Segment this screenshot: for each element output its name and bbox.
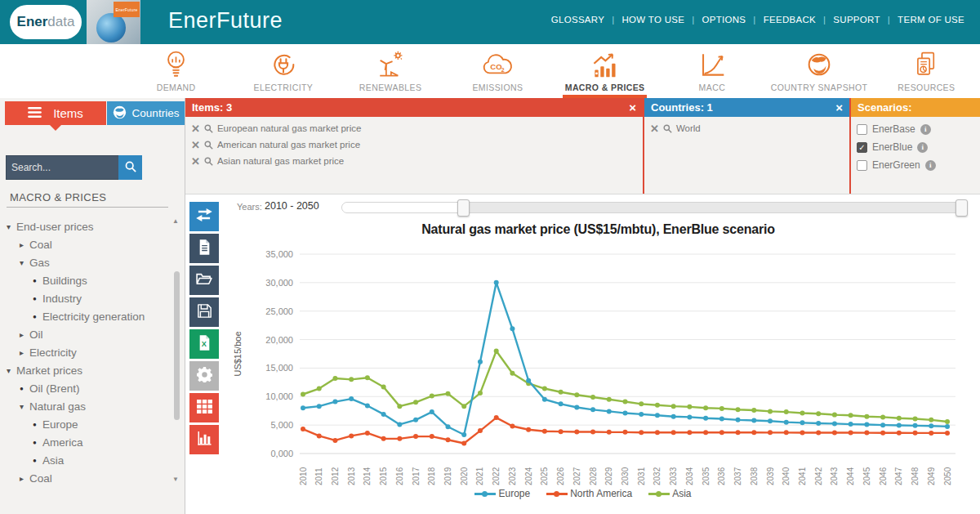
tree-item[interactable]: ●Europe [0,415,168,433]
header-link[interactable]: TERM OF USE [890,15,972,25]
tree-item-label: Electricity generation [42,311,145,323]
svg-text:20,000: 20,000 [265,335,293,345]
nav-tab-label: MACRO & PRICES [565,83,645,92]
scrollbar-up-arrow[interactable]: ▲ [172,217,180,225]
swap-axes-button[interactable] [189,202,219,231]
legend-item-asia[interactable]: Asia [648,488,691,499]
table-view-button[interactable] [189,393,219,422]
gear-button[interactable] [189,361,219,391]
chart-view-icon [197,431,212,449]
tree-item[interactable]: ▾Gas [0,253,168,271]
nav-tab-demand[interactable]: DEMAND [122,44,229,98]
nav-tab-macro-prices[interactable]: MACRO & PRICES [551,44,658,98]
nav-tab-country-snapshot[interactable]: COUNTRY SNAPSHOT [766,44,873,98]
scenarios-panel-header: Scenarios: [851,98,980,117]
svg-text:2011: 2011 [314,467,323,485]
svg-text:2048: 2048 [911,467,920,485]
document-button[interactable] [189,234,219,263]
expand-icon: ▸ [16,240,27,249]
remove-item-icon[interactable]: ✕ [191,123,200,134]
legend-item-north-america[interactable]: North America [546,488,632,499]
scenario-row: EnerBasei [857,120,974,138]
header-link[interactable]: SUPPORT [826,15,887,25]
sidebar-tab-items-label: Items [53,106,83,120]
scrollbar-down-arrow[interactable]: ▼ [172,476,180,483]
folder-open-button[interactable] [189,266,219,295]
emissions-icon: CO2 [482,47,513,82]
items-panel-close-icon[interactable]: × [629,101,636,114]
scenario-checkbox-enerbase[interactable] [857,124,867,135]
remove-item-icon[interactable]: ✕ [191,156,200,167]
excel-export-button[interactable]: X [189,329,219,359]
tree-item[interactable]: ●Industry [0,289,168,307]
nav-tab-resources[interactable]: RESOURCES [873,44,980,98]
search-button[interactable] [118,155,142,180]
chart-view-button[interactable] [189,425,219,454]
svg-text:10,000: 10,000 [265,391,293,401]
nav-tab-emissions[interactable]: CO2EMISSIONS [444,44,551,98]
scenario-checkbox-enerblue[interactable]: ✓ [857,142,867,153]
magnifier-icon[interactable] [204,141,213,150]
thumbnail-tag: EnerFuture [114,2,140,17]
legend-dot [656,491,662,497]
header-link[interactable]: FEEDBACK [756,15,823,25]
tree-item-label: Coal [29,472,52,485]
tree-item[interactable]: ▾Market prices [0,361,168,379]
magnifier-icon[interactable] [204,157,213,166]
save-button[interactable] [189,297,219,327]
bullet-icon: ● [29,421,40,428]
svg-text:2022: 2022 [492,467,501,485]
info-icon[interactable]: i [920,124,931,135]
tree-item[interactable]: ●Asia [0,451,168,469]
slider-handle-left[interactable] [457,199,470,217]
years-range-slider[interactable] [341,202,967,213]
countries-panel-title: Countries: 1 [651,101,713,114]
tree-item[interactable]: ▸Electricity [0,343,168,361]
remove-item-icon[interactable]: ✕ [650,123,659,134]
svg-text:2037: 2037 [733,467,742,485]
countries-panel-close-icon[interactable]: × [835,101,843,114]
tree-item[interactable]: ▸Oil [0,325,168,343]
nav-tab-electricity[interactable]: ELECTRICITY [229,44,336,98]
remove-item-icon[interactable]: ✕ [191,140,200,150]
logo-text-data: data [47,14,74,30]
nav-tab-macc[interactable]: MACC [658,44,765,98]
tree-item-label: Electricity [29,346,77,359]
header-link[interactable]: HOW TO USE [614,15,692,25]
tree-item[interactable]: ▸Coal [0,235,168,253]
sidebar-tab-countries[interactable]: Countries [107,101,185,125]
scenario-label: EnerBase [872,123,915,135]
info-icon[interactable]: i [917,142,928,153]
svg-text:2012: 2012 [331,467,340,485]
svg-text:2028: 2028 [589,467,598,485]
tree-item[interactable]: ▸Coal [0,469,168,487]
svg-text:2030: 2030 [621,467,630,485]
scrollbar-thumb[interactable] [174,271,180,420]
svg-text:2032: 2032 [653,467,662,485]
tree-item[interactable]: ▾End-user prices [0,217,168,235]
enerdata-logo[interactable]: Enerdata [10,5,82,39]
info-icon[interactable]: i [925,160,936,171]
tree-item[interactable]: ●America [0,433,168,451]
selection-panels: Items: 3 × ✕European natural gas market … [185,98,980,194]
selection-label: Asian natural gas market price [217,156,344,166]
scenario-checkbox-energreen[interactable] [857,160,867,171]
header-link[interactable]: GLOSSARY [544,15,612,25]
slider-handle-right[interactable] [956,199,968,217]
tree-item-label: Industry [42,293,82,305]
header-links: GLOSSARY|HOW TO USE|OPTIONS|FEEDBACK|SUP… [544,15,972,25]
search-input[interactable] [6,155,123,180]
magnifier-icon[interactable] [204,124,213,133]
search-icon [125,161,136,175]
document-icon [198,239,211,258]
tree-item[interactable]: ▾Natural gas [0,397,168,415]
nav-tab-renewables[interactable]: RENEWABLES [337,44,444,98]
tree-item[interactable]: ●Buildings [0,271,168,289]
tree-item[interactable]: ●Electricity generation [0,307,168,325]
legend-item-europe[interactable]: Europe [474,488,530,499]
svg-text:2050: 2050 [943,467,952,485]
sidebar-tab-items[interactable]: Items [5,101,106,125]
tree-item[interactable]: ●Oil (Brent) [0,379,168,397]
header-link[interactable]: OPTIONS [694,15,753,25]
magnifier-icon[interactable] [663,124,672,133]
